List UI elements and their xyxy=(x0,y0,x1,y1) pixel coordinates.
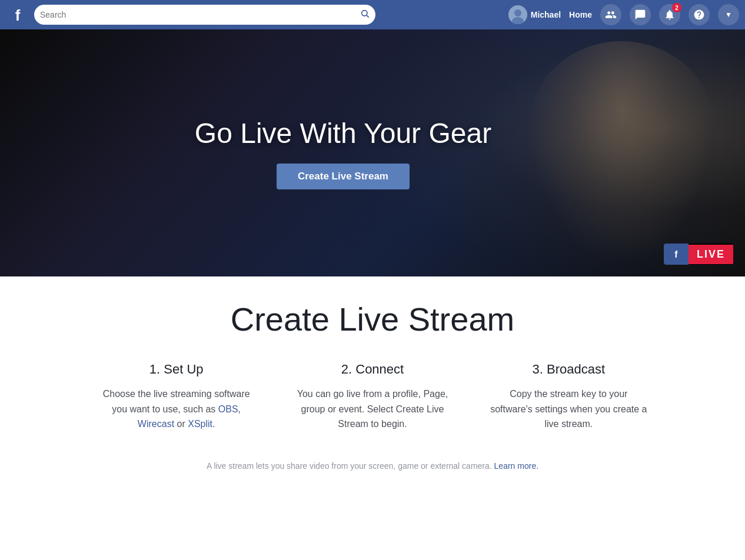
facebook-logo[interactable]: f xyxy=(6,3,29,26)
step-2-description: You can go live from a profile, Page, gr… xyxy=(292,386,453,432)
hero-title: Go Live With Your Gear xyxy=(195,117,491,149)
step-2: 2. Connect You can go live from a profil… xyxy=(274,362,470,432)
footer-note: A live stream lets you share video from … xyxy=(12,461,733,471)
notification-badge: 2 xyxy=(672,3,681,12)
facebook-live-logo: f xyxy=(664,244,689,265)
obs-link[interactable]: OBS xyxy=(218,404,238,414)
wirecast-link[interactable]: Wirecast xyxy=(138,419,174,429)
main-content: Create Live Stream 1. Set Up Choose the … xyxy=(0,276,745,506)
svg-point-2 xyxy=(362,11,367,16)
navbar: f Michael Home xyxy=(0,0,745,29)
search-icon-button[interactable] xyxy=(360,9,370,21)
step-2-title: 2. Connect xyxy=(292,362,453,377)
svg-text:f: f xyxy=(674,249,678,259)
hero-content: Go Live With Your Gear Create Live Strea… xyxy=(195,117,491,189)
svg-line-3 xyxy=(367,15,369,18)
friend-requests-button[interactable] xyxy=(600,4,621,25)
step-3-description: Copy the stream key to your software's s… xyxy=(488,386,649,432)
step-3: 3. Broadcast Copy the stream key to your… xyxy=(471,362,667,432)
search-input[interactable] xyxy=(40,10,360,19)
learn-more-link[interactable]: Learn more. xyxy=(494,461,538,471)
hero-cta-wrapper: Create Live Stream xyxy=(277,164,410,189)
svg-text:f: f xyxy=(15,6,21,24)
help-button[interactable] xyxy=(689,4,710,25)
step-3-title: 3. Broadcast xyxy=(488,362,649,377)
xsplit-link[interactable]: XSplit xyxy=(188,419,212,429)
home-link[interactable]: Home xyxy=(569,10,592,19)
facebook-live-badge: f LIVE xyxy=(664,244,733,265)
create-live-stream-button[interactable]: Create Live Stream xyxy=(277,164,410,189)
nav-user[interactable]: Michael xyxy=(508,5,561,24)
user-name: Michael xyxy=(531,10,561,19)
step-1-title: 1. Set Up xyxy=(96,362,257,377)
search-bar[interactable] xyxy=(34,5,375,25)
live-label: LIVE xyxy=(689,245,733,264)
notifications-button[interactable]: 2 xyxy=(659,4,680,25)
messages-button[interactable] xyxy=(630,4,651,25)
step-1-description: Choose the live streaming software you w… xyxy=(96,386,257,432)
footer-note-text: A live stream lets you share video from … xyxy=(207,461,494,471)
steps-container: 1. Set Up Choose the live streaming soft… xyxy=(78,362,667,432)
hero-section: Go Live With Your Gear Create Live Strea… xyxy=(0,29,745,276)
nav-right: Michael Home 2 ▼ xyxy=(508,4,739,25)
svg-point-5 xyxy=(514,9,521,16)
step-1: 1. Set Up Choose the live streaming soft… xyxy=(78,362,274,432)
avatar xyxy=(508,5,527,24)
page-title: Create Live Stream xyxy=(12,300,733,338)
account-dropdown-button[interactable]: ▼ xyxy=(718,4,739,25)
